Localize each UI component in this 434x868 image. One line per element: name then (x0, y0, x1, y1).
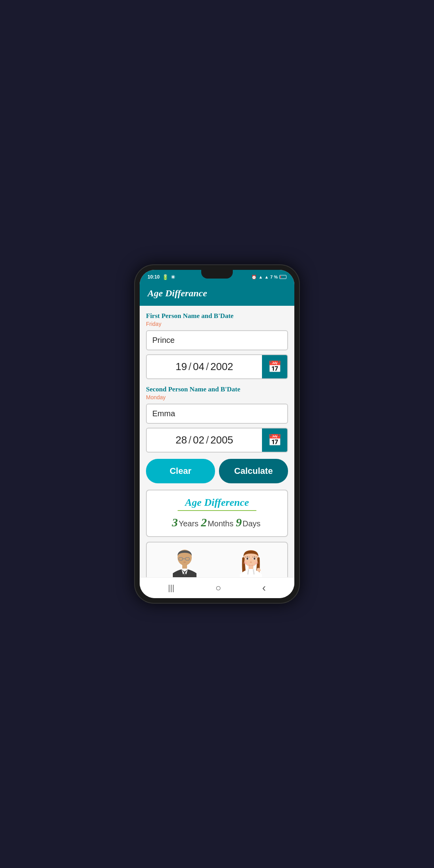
second-month: 02 (193, 434, 204, 446)
app-title: Age Differance (148, 288, 286, 299)
first-person-section: First Person Name and B'Date Friday 19 /… (146, 312, 288, 379)
result-years-word: Years (179, 519, 198, 528)
second-sep2: / (206, 434, 209, 446)
first-person-name-input[interactable] (146, 330, 288, 350)
nav-menu-button[interactable]: ||| (168, 584, 174, 593)
second-person-section-label: Second Person Name and B'Date (146, 385, 288, 393)
svg-point-4 (183, 561, 186, 563)
second-calendar-icon: 📅 (268, 434, 282, 447)
female-avatar-svg (235, 549, 267, 577)
first-person-section-label: First Person Name and B'Date (146, 312, 288, 320)
result-months-word: Months (208, 519, 234, 528)
first-sep1: / (189, 361, 191, 373)
first-calendar-icon: 📅 (268, 360, 282, 373)
first-day: 19 (176, 361, 187, 373)
svg-point-18 (243, 562, 247, 564)
phone-frame: 10:10 🔋 ✳ ⏰ ▲ ▲ 7 % Age Differance First (134, 264, 300, 604)
wifi-icon: ▲ (258, 275, 263, 279)
avatar-box: Prince 19 Years 4 Months 11 Days (146, 542, 288, 577)
battery-icon: 🔋 (162, 274, 168, 280)
status-right: ⏰ ▲ ▲ 7 % (251, 275, 286, 280)
second-day: 28 (176, 434, 187, 446)
first-year: 2002 (210, 361, 233, 373)
result-years-num: 3 (172, 516, 178, 529)
second-person-date-row: 28 / 02 / 2005 📅 (146, 428, 288, 453)
time-display: 10:10 (148, 274, 160, 280)
app-header: Age Differance (140, 282, 294, 306)
battery-fill (280, 276, 281, 278)
svg-point-9 (246, 558, 248, 560)
first-person-date-row: 19 / 04 / 2002 📅 (146, 354, 288, 379)
signal-icon: ▲ (264, 275, 269, 279)
result-box: Age Difference 3 Years 2 Months 9 Days (146, 490, 288, 537)
calculate-button[interactable]: Calculate (219, 459, 288, 483)
first-person-day: Friday (146, 321, 288, 327)
scroll-content: First Person Name and B'Date Friday 19 /… (140, 306, 294, 577)
action-buttons-row: Clear Calculate (146, 459, 288, 483)
male-avatar-svg (169, 549, 200, 577)
second-year: 2005 (210, 434, 233, 446)
first-person-date-display: 19 / 04 / 2002 (147, 355, 262, 378)
result-days-num: 9 (236, 516, 242, 529)
result-months-num: 2 (201, 516, 207, 529)
slack-icon: ✳ (171, 274, 175, 280)
battery-body (279, 275, 286, 279)
status-left: 10:10 🔋 ✳ (148, 274, 175, 280)
first-sep2: / (206, 361, 209, 373)
svg-rect-5 (182, 565, 187, 569)
svg-point-17 (250, 561, 252, 563)
result-title: Age Difference (152, 497, 282, 509)
bottom-nav: ||| ○ ‹ (140, 577, 294, 598)
result-days-word: Days (243, 519, 261, 528)
result-underline (178, 510, 256, 511)
avatar-row: Prince 19 Years 4 Months 11 Days (151, 549, 283, 577)
first-month: 04 (193, 361, 204, 373)
second-person-calendar-button[interactable]: 📅 (262, 428, 287, 452)
second-sep1: / (189, 434, 191, 446)
alarm-icon: ⏰ (251, 275, 257, 280)
avatar-person1: Prince 19 Years 4 Months 11 Days (153, 549, 216, 577)
svg-point-19 (254, 562, 258, 564)
battery-pct: 7 % (270, 275, 278, 279)
second-person-date-display: 28 / 02 / 2005 (147, 428, 262, 452)
svg-point-10 (253, 558, 255, 560)
phone-screen: 10:10 🔋 ✳ ⏰ ▲ ▲ 7 % Age Differance First (140, 270, 294, 598)
first-person-calendar-button[interactable]: 📅 (262, 355, 287, 378)
clear-button[interactable]: Clear (146, 459, 215, 483)
second-person-section: Second Person Name and B'Date Monday 28 … (146, 385, 288, 453)
second-person-name-input[interactable] (146, 404, 288, 424)
notch (201, 270, 233, 279)
avatar-person2: Emma 16 Years 6 Months 2 Days (221, 549, 281, 577)
result-difference: 3 Years 2 Months 9 Days (152, 516, 282, 529)
svg-rect-20 (249, 566, 253, 569)
nav-home-button[interactable]: ○ (215, 582, 221, 593)
second-person-day: Monday (146, 394, 288, 400)
nav-back-button[interactable]: ‹ (262, 582, 266, 594)
